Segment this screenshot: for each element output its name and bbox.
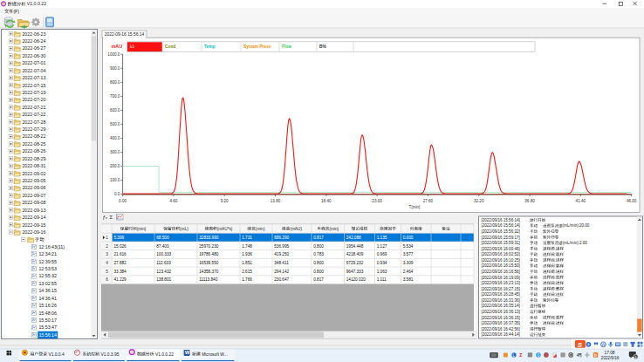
svg-text:W: W	[601, 343, 606, 347]
svg-text::: :	[555, 247, 556, 251]
svg-text:S: S	[578, 341, 583, 349]
svg-text:[2022/09/16 15:56:14]: [2022/09/16 15:56:14]	[482, 223, 520, 228]
svg-text:4218.409: 4218.409	[346, 252, 364, 256]
svg-text:41.40: 41.40	[576, 199, 586, 203]
svg-text::: :	[555, 270, 556, 274]
svg-text:λ1: λ1	[130, 44, 135, 49]
svg-text:14:36:15: 14:36:15	[38, 288, 57, 293]
svg-text:2: 2	[106, 244, 108, 249]
svg-text:2022-09-08: 2022-09-08	[22, 200, 45, 205]
svg-text:36.80: 36.80	[524, 199, 535, 203]
svg-text:3.581: 3.581	[403, 277, 414, 282]
svg-text:2022-06-23: 2022-06-23	[22, 31, 45, 37]
svg-text:2022-07-20: 2022-07-20	[22, 97, 45, 102]
svg-text:14120.020: 14120.020	[346, 277, 367, 282]
svg-text:1.748: 1.748	[242, 244, 252, 249]
svg-text:[2022/09/16 16:27:15]: [2022/09/16 16:27:15]	[482, 287, 520, 291]
svg-text:2022-07-22: 2022-07-22	[22, 112, 45, 117]
svg-text:0.783: 0.783	[313, 252, 324, 256]
svg-text:2022-07-28: 2022-07-28	[22, 120, 45, 125]
svg-text:27.60: 27.60	[423, 199, 434, 203]
svg-text:[2022/09/16 16:16:56]: [2022/09/16 16:16:56]	[482, 270, 520, 274]
svg-text:1.135: 1.135	[377, 236, 387, 240]
svg-text:12:34:21: 12:34:21	[38, 251, 57, 256]
svg-text:32833.990: 32833.990	[199, 236, 219, 240]
svg-text:2022-09-15: 2022-09-15	[22, 222, 45, 228]
svg-text:112.633: 112.633	[156, 261, 171, 265]
svg-text:12:16:43(11): 12:16:43(11)	[38, 244, 65, 249]
svg-text::: :	[555, 263, 556, 268]
svg-text:6729.232: 6729.232	[346, 261, 364, 265]
svg-text:T[min]: T[min]	[409, 205, 421, 209]
svg-text:2022-07-21: 2022-07-21	[22, 105, 45, 110]
svg-text:(mL/min):20.00: (mL/min):20.00	[563, 223, 590, 228]
svg-text:V1.0.0.22: V1.0.0.22	[25, 1, 46, 6]
svg-text:Temp: Temp	[204, 44, 216, 49]
svg-text:700.0: 700.0	[110, 94, 120, 99]
svg-text:2022-06-24: 2022-06-24	[22, 38, 45, 44]
svg-text:[2022/09/16 16:42:56]: [2022/09/16 16:42:56]	[482, 327, 520, 331]
svg-text:19786.480: 19786.480	[199, 252, 219, 256]
svg-text:4.60: 4.60	[169, 199, 177, 203]
svg-text:11113.840: 11113.840	[199, 277, 218, 282]
svg-text:13.80: 13.80	[271, 199, 281, 203]
svg-text:12:53:53: 12:53:53	[38, 266, 57, 271]
svg-text:536.995: 536.995	[274, 244, 289, 249]
svg-text:[2022/09/16 16:02:52]: [2022/09/16 16:02:52]	[482, 252, 520, 256]
svg-text:0.817: 0.817	[313, 277, 324, 282]
svg-text:[2022/09/16 16:35:14]: [2022/09/16 16:35:14]	[482, 304, 520, 308]
svg-text:12:55:32: 12:55:32	[38, 273, 57, 278]
svg-text:4: 4	[634, 356, 636, 359]
svg-text:0.934: 0.934	[377, 261, 387, 265]
svg-text:4: 4	[106, 261, 108, 265]
svg-text:Σ: Σ	[110, 215, 113, 220]
svg-text:1: 1	[106, 236, 108, 240]
svg-text:500.0: 500.0	[110, 122, 120, 126]
svg-text:100.0: 100.0	[110, 178, 120, 182]
svg-text:686.290: 686.290	[274, 236, 289, 240]
svg-text:3.577: 3.577	[403, 252, 414, 256]
svg-text:2.615: 2.615	[242, 270, 252, 274]
svg-text::: :	[555, 321, 556, 325]
svg-text::: :	[555, 316, 556, 320]
svg-text:0.00: 0.00	[119, 199, 127, 203]
svg-text:0.969: 0.969	[377, 252, 387, 256]
svg-text:21.616: 21.616	[113, 252, 127, 256]
svg-text:4¶: 4¶	[577, 352, 582, 358]
svg-text:600.0: 600.0	[110, 108, 120, 113]
svg-text:87.400: 87.400	[156, 244, 169, 249]
svg-text:2022-08-26: 2022-08-26	[22, 148, 45, 154]
svg-text:294.142: 294.142	[274, 270, 289, 274]
svg-text:Microsoft W...: Microsoft W...	[201, 352, 228, 357]
svg-text:(min): (min)	[137, 227, 147, 231]
svg-text:0: 0	[538, 353, 540, 358]
svg-text:2022-07-13: 2022-07-13	[22, 75, 45, 80]
svg-text:1954.448: 1954.448	[346, 244, 364, 249]
svg-text:900.0: 900.0	[110, 66, 120, 71]
svg-text:2022-09-07: 2022-09-07	[22, 193, 45, 198]
svg-text:15:50:17: 15:50:17	[38, 318, 57, 323]
svg-text:2022-09-16: 2022-09-16	[22, 229, 45, 235]
svg-text:(mAU): (mAU)	[290, 227, 302, 231]
svg-text:2022/9/16: 2022/9/16	[601, 356, 620, 360]
svg-text:1.731: 1.731	[242, 236, 252, 240]
svg-text:123.432: 123.432	[156, 270, 171, 274]
svg-text:41.229: 41.229	[113, 277, 127, 282]
svg-text:[2022/09/16 16:00:46]: [2022/09/16 16:00:46]	[482, 247, 520, 251]
svg-text:46.00: 46.00	[627, 199, 637, 203]
svg-text:0.817: 0.817	[313, 236, 324, 240]
svg-text:(min): (min)	[256, 227, 265, 231]
svg-text:1.127: 1.127	[377, 244, 387, 249]
svg-text:2022-09-06: 2022-09-06	[22, 185, 45, 190]
svg-text:138.801: 138.801	[156, 277, 171, 282]
svg-text:23.00: 23.00	[372, 199, 382, 203]
svg-text:5.399: 5.399	[113, 236, 124, 240]
svg-text:14358.370: 14358.370	[199, 270, 219, 274]
svg-text:◢: ◢	[552, 353, 557, 358]
svg-text:[2022/09/16 16:44:14]: [2022/09/16 16:44:14]	[482, 332, 520, 337]
svg-text:419.250: 419.250	[274, 252, 289, 256]
svg-text:16539.550: 16539.550	[199, 261, 219, 265]
svg-text:2022-06-27: 2022-06-27	[22, 45, 45, 51]
svg-text:1.766: 1.766	[242, 277, 252, 282]
svg-text:33.384: 33.384	[113, 270, 127, 274]
